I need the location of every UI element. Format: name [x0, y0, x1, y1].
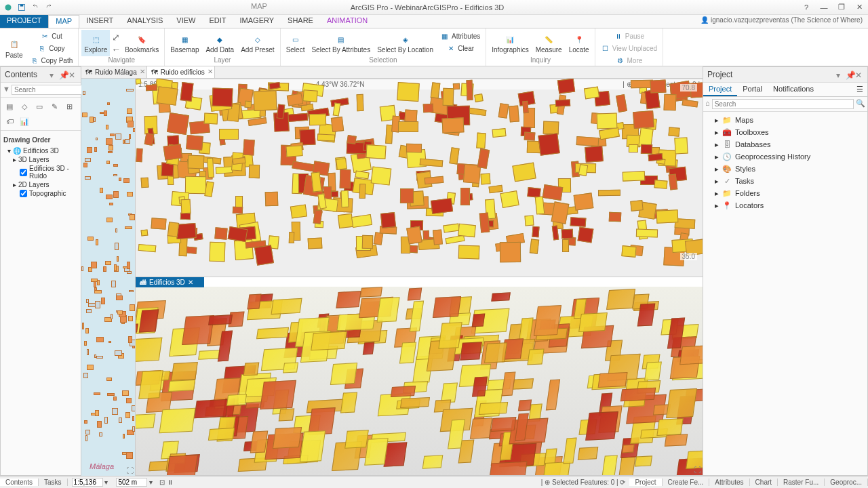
- bottom-tab-chart[interactable]: Chart: [750, 479, 778, 486]
- contents-dropdown-icon[interactable]: ▾: [50, 70, 58, 79]
- bottom-tab-geoproc[interactable]: Geoproc...: [825, 479, 868, 486]
- proj-item-toolboxes[interactable]: ▸🧰Toolboxes: [705, 126, 865, 138]
- tab-project[interactable]: PROJECT: [0, 15, 48, 28]
- help-icon[interactable]: ?: [797, 0, 815, 15]
- bottom-tab-raster[interactable]: Raster Fu...: [778, 479, 825, 486]
- contents-close-icon[interactable]: ✕: [68, 70, 77, 79]
- redo-icon[interactable]: [43, 2, 54, 13]
- project-pin-icon[interactable]: 📌: [846, 70, 854, 79]
- tab-close-icon[interactable]: ✕: [140, 68, 145, 75]
- proj-item-tasks[interactable]: ▸✓Tasks: [705, 175, 865, 187]
- map-tab-1[interactable]: 🗺Ruido Málaga✕: [81, 66, 147, 78]
- view-unplaced-button[interactable]: ☐View Unplaced: [598, 42, 660, 54]
- list-by-source-icon[interactable]: ◇: [18, 100, 31, 113]
- basemap-button[interactable]: ▦Basemap: [167, 30, 201, 56]
- minimize-icon[interactable]: —: [815, 0, 833, 15]
- proj-item-gp-history[interactable]: ▸🕓Geoprocessing History: [705, 150, 865, 163]
- tab-close-icon[interactable]: ✕: [208, 68, 213, 75]
- tab-map[interactable]: MAP: [48, 15, 79, 28]
- save-icon[interactable]: [16, 2, 27, 13]
- list-by-chart-icon[interactable]: 📊: [18, 115, 31, 127]
- close-icon[interactable]: ✕: [850, 0, 868, 15]
- map-3d-view[interactable]: 🏙Edificios 3D✕ ⛶: [136, 277, 703, 476]
- snap-icon[interactable]: ⊕: [545, 479, 550, 486]
- proj-tab-notifications[interactable]: Notifications: [768, 83, 819, 96]
- proj-tab-portal[interactable]: Portal: [737, 83, 768, 96]
- layer-2d-checkbox[interactable]: [20, 190, 27, 197]
- proj-home-icon[interactable]: ⌂: [705, 99, 710, 109]
- tab-analysis[interactable]: ANALYSIS: [120, 15, 170, 28]
- list-by-drawing-icon[interactable]: ▤: [3, 100, 16, 113]
- layer-3d-checkbox[interactable]: [20, 169, 27, 176]
- select-button[interactable]: ▭Select: [283, 30, 308, 56]
- measure-button[interactable]: 📏Measure: [533, 30, 565, 56]
- view3d-expand-icon[interactable]: ⛶: [694, 466, 701, 474]
- infographics-button[interactable]: 📊Infographics: [489, 30, 531, 56]
- toc-scene[interactable]: ▾ 🌐 Edificios 3D: [3, 146, 78, 155]
- map-2d-view[interactable]: 70.8 35.0 1:5,868 ▾ ⊡ ⏸ 4.43°W 36.72°N |…: [136, 79, 703, 277]
- add-preset-button[interactable]: ◇Add Preset: [238, 30, 277, 56]
- dist-dropdown-icon[interactable]: ▾: [149, 479, 153, 486]
- pause-draw-icon[interactable]: ⏸: [167, 479, 174, 486]
- undo-icon[interactable]: [30, 2, 41, 13]
- clear-button[interactable]: ✕Clear: [437, 42, 483, 54]
- overview-pane[interactable]: Málaga ⛶: [81, 79, 136, 476]
- scale-dropdown-icon[interactable]: ▾: [104, 479, 108, 486]
- nav-full-extent-icon[interactable]: ⤢: [111, 32, 121, 43]
- dist-input-3d[interactable]: [116, 478, 147, 487]
- app-icon[interactable]: [3, 2, 14, 13]
- list-by-editing-icon[interactable]: ✎: [48, 100, 60, 113]
- nav-prev-extent-icon[interactable]: ←: [111, 44, 121, 55]
- copy-path-button[interactable]: ⎘Copy Path: [27, 54, 76, 66]
- toc-layer-2d[interactable]: Topographic: [3, 189, 78, 198]
- attributes-button[interactable]: ▦Attributes: [437, 30, 483, 42]
- bottom-tab-project[interactable]: Project: [629, 479, 662, 486]
- tab-share[interactable]: SHARE: [281, 15, 320, 28]
- toc-3d-layers[interactable]: ▸ 3D Layers: [3, 155, 78, 164]
- scale-input-3d[interactable]: [72, 478, 103, 487]
- tab-edit[interactable]: EDIT: [202, 15, 233, 28]
- pause-labeling-button[interactable]: ⏸Pause: [598, 30, 660, 42]
- overview-expand-icon[interactable]: ⛶: [126, 466, 134, 474]
- constraint-icon[interactable]: ⊡: [159, 479, 165, 486]
- bottom-tab-tasks[interactable]: Tasks: [39, 479, 68, 486]
- bottom-tab-attrs[interactable]: Attributes: [709, 479, 749, 486]
- search-icon[interactable]: 🔍: [856, 99, 865, 109]
- locate-button[interactable]: 📍Locate: [566, 30, 592, 56]
- select-by-attributes-button[interactable]: ▤Select By Attributes: [309, 30, 373, 56]
- paste-button[interactable]: 📋Paste: [3, 30, 26, 66]
- tab-animation[interactable]: ANIMATION: [320, 15, 374, 28]
- user-label[interactable]: 👤 ignacio.vazquezpreventas (The Science …: [695, 15, 868, 28]
- toc-layer-3d[interactable]: Edificios 3D - Ruido: [3, 164, 78, 180]
- proj-menu-icon[interactable]: ☰: [852, 83, 867, 96]
- more-labeling-button[interactable]: ⚙More: [598, 54, 660, 66]
- proj-tab-project[interactable]: Project: [703, 83, 737, 96]
- project-search-input[interactable]: [712, 99, 854, 109]
- map-tab-2[interactable]: 🗺Ruido edificios✕: [147, 66, 215, 78]
- tab-imagery[interactable]: IMAGERY: [233, 15, 281, 28]
- toc-2d-layers[interactable]: ▸ 2D Layers: [3, 180, 78, 189]
- proj-item-folders[interactable]: ▸📁Folders: [705, 187, 865, 199]
- project-dropdown-icon[interactable]: ▾: [836, 70, 844, 79]
- cut-button[interactable]: ✂Cut: [27, 30, 76, 42]
- proj-item-locators[interactable]: ▸📍Locators: [705, 199, 865, 211]
- refresh-icon[interactable]: ⟳: [620, 479, 625, 486]
- select-by-location-button[interactable]: ◈Select By Location: [374, 30, 436, 56]
- proj-item-styles[interactable]: ▸🎨Styles: [705, 163, 865, 175]
- tab-view[interactable]: VIEW: [170, 15, 202, 28]
- view3d-tab[interactable]: 🏙Edificios 3D✕: [136, 277, 204, 287]
- list-by-snapping-icon[interactable]: ⊞: [63, 100, 75, 113]
- view3d-close-icon[interactable]: ✕: [188, 279, 193, 286]
- proj-item-maps[interactable]: ▸📁Maps: [705, 114, 865, 126]
- project-close-icon[interactable]: ✕: [855, 70, 863, 79]
- maximize-icon[interactable]: ❐: [833, 0, 850, 15]
- list-by-labeling-icon[interactable]: 🏷: [3, 115, 16, 127]
- bookmarks-button[interactable]: 🔖Bookmarks: [122, 30, 161, 56]
- explore-button[interactable]: ⬚Explore: [81, 30, 110, 56]
- add-data-button[interactable]: ◆Add Data: [203, 30, 237, 56]
- bottom-tab-contents[interactable]: Contents: [0, 479, 39, 486]
- proj-item-databases[interactable]: ▸🗄Databases: [705, 138, 865, 150]
- list-by-selection-icon[interactable]: ▭: [33, 100, 45, 113]
- copy-button[interactable]: ⎘Copy: [27, 42, 76, 54]
- bottom-tab-create[interactable]: Create Fe...: [663, 479, 710, 486]
